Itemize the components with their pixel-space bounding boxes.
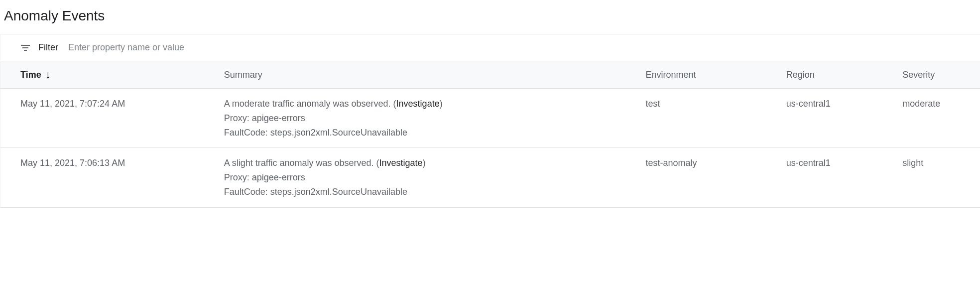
- cell-summary: A slight traffic anomaly was observed. (…: [224, 156, 646, 199]
- summary-end: ): [423, 158, 426, 168]
- filter-icon: [20, 43, 30, 53]
- table-row: May 11, 2021, 7:06:13 AM A slight traffi…: [0, 148, 980, 207]
- column-summary[interactable]: Summary: [224, 69, 646, 80]
- anomaly-events-panel: Filter Time ↓ Summary Environment Region…: [0, 34, 980, 208]
- cell-time: May 11, 2021, 7:07:24 AM: [20, 97, 224, 140]
- filter-bar: Filter: [0, 34, 980, 61]
- summary-end: ): [440, 99, 443, 109]
- cell-time: May 11, 2021, 7:06:13 AM: [20, 156, 224, 199]
- investigate-link[interactable]: Investigate: [379, 158, 423, 168]
- anomaly-table: Time ↓ Summary Environment Region Severi…: [0, 61, 980, 208]
- column-time-label: Time: [20, 70, 41, 80]
- summary-text: A moderate traffic anomaly was observed.…: [224, 99, 396, 109]
- cell-environment: test: [645, 97, 786, 140]
- filter-input[interactable]: [68, 42, 964, 53]
- column-region[interactable]: Region: [786, 69, 903, 80]
- cell-region: us-central1: [786, 156, 903, 199]
- column-environment[interactable]: Environment: [645, 69, 786, 80]
- page-title: Anomaly Events: [0, 0, 980, 34]
- cell-severity: moderate: [902, 97, 980, 140]
- summary-text: A slight traffic anomaly was observed. (: [224, 158, 379, 168]
- sort-arrow-down-icon: ↓: [45, 69, 51, 80]
- summary-proxy: Proxy: apigee-errors: [224, 111, 646, 126]
- filter-label: Filter: [38, 42, 58, 53]
- table-row: May 11, 2021, 7:07:24 AM A moderate traf…: [0, 89, 980, 148]
- investigate-link[interactable]: Investigate: [396, 99, 440, 109]
- cell-environment: test-anomaly: [645, 156, 786, 199]
- summary-proxy: Proxy: apigee-errors: [224, 170, 646, 185]
- column-severity[interactable]: Severity: [902, 69, 980, 80]
- summary-faultcode: FaultCode: steps.json2xml.SourceUnavaila…: [224, 185, 646, 199]
- table-header: Time ↓ Summary Environment Region Severi…: [0, 61, 980, 89]
- cell-region: us-central1: [786, 97, 903, 140]
- summary-faultcode: FaultCode: steps.json2xml.SourceUnavaila…: [224, 126, 646, 140]
- cell-severity: slight: [902, 156, 980, 199]
- cell-summary: A moderate traffic anomaly was observed.…: [224, 97, 646, 140]
- column-time[interactable]: Time ↓: [20, 69, 224, 80]
